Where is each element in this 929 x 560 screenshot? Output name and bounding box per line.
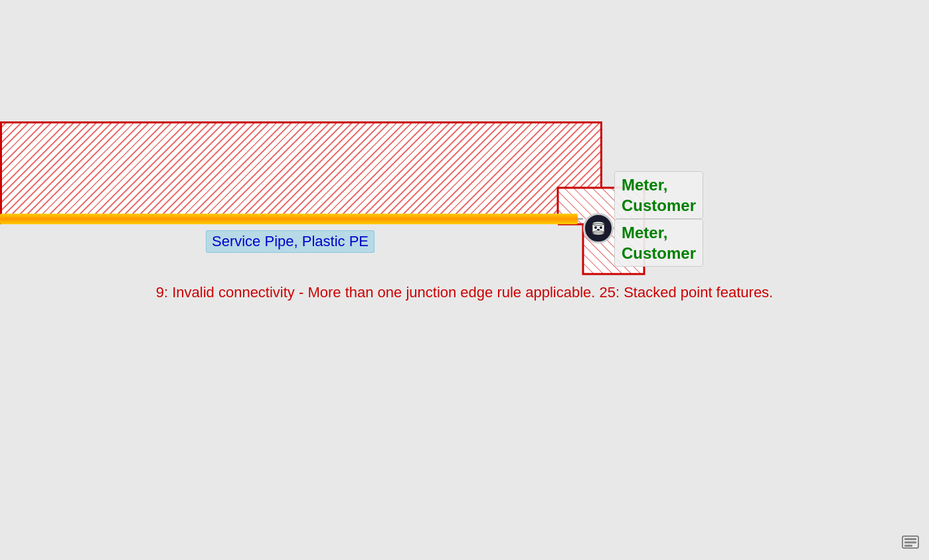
svg-point-7 — [600, 226, 602, 229]
layers-icon[interactable] — [901, 535, 920, 551]
hatched-area-main — [0, 121, 602, 224]
meter-label-bottom-line1: Meter, — [622, 224, 667, 242]
meter-symbol — [590, 220, 607, 237]
svg-rect-11 — [904, 541, 916, 543]
layers-icon-svg — [901, 535, 920, 551]
svg-overlay — [0, 0, 929, 560]
pipe-line — [0, 214, 578, 224]
meter-label-bottom-line2: Customer — [622, 244, 696, 262]
error-message: 9: Invalid connectivity - More than one … — [156, 284, 773, 301]
svg-rect-8 — [597, 229, 600, 230]
meter-customer-label-top: Meter, Customer — [614, 171, 703, 219]
svg-point-6 — [594, 226, 597, 229]
meter-icon — [583, 213, 614, 244]
pipe-label-text: Service Pipe, Plastic PE — [212, 233, 369, 249]
error-message-text: 9: Invalid connectivity - More than one … — [156, 284, 773, 301]
svg-rect-12 — [904, 545, 912, 547]
svg-rect-10 — [904, 538, 916, 540]
meter-label-top-line1: Meter, — [622, 176, 667, 194]
meter-customer-label-bottom: Meter, Customer — [614, 219, 703, 267]
canvas: Service Pipe, Plastic PE Meter, Customer… — [0, 0, 929, 560]
pipe-label: Service Pipe, Plastic PE — [206, 230, 375, 253]
meter-label-top-line2: Customer — [622, 196, 696, 214]
